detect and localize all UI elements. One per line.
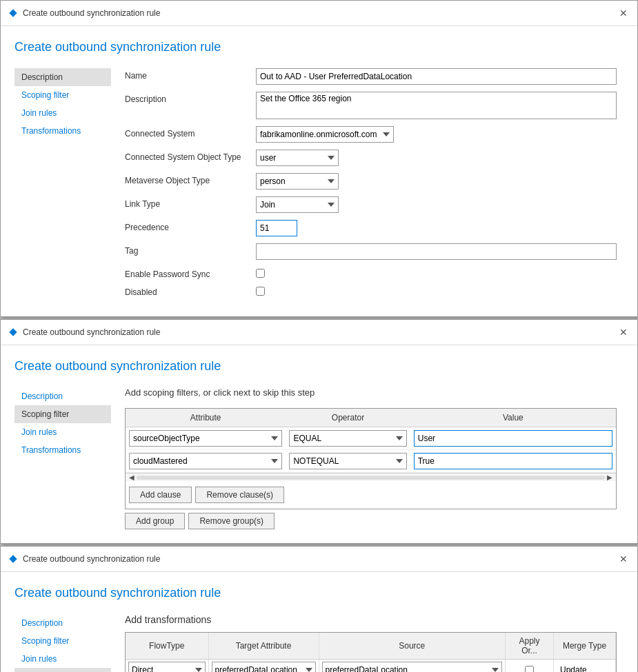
scrollbar-track (137, 476, 605, 480)
scroll-left-arrow[interactable]: ◀ (127, 474, 137, 481)
filter-row-2-operator: NOTEQUAL (286, 450, 410, 473)
window-content-1: Create outbound synchronization rule Des… (1, 26, 637, 316)
diamond-icon-1 (8, 8, 19, 19)
form-row-link-type: Link Type Join (125, 196, 617, 213)
window-content-2: Create outbound synchronization rule Des… (1, 345, 637, 543)
close-button-1[interactable]: ✕ (617, 6, 630, 20)
transform-col-source: Source (319, 633, 506, 660)
title-bar-left-1: Create outbound synchronization rule (8, 8, 160, 19)
form-row-tag: Tag (125, 243, 617, 260)
label-name: Name (125, 68, 249, 81)
transform-col-flowtype: FlowType (126, 633, 208, 660)
window-heading-1: Create outbound synchronization rule (14, 40, 617, 54)
form-row-disabled: Disabled (125, 285, 617, 297)
sidebar-item-description-1[interactable]: Description (14, 68, 111, 86)
filter-row-2-attribute: cloudMastered (126, 450, 286, 473)
label-metaverse-object-type: Metaverse Object Type (125, 173, 249, 185)
transform-cell-apply (506, 660, 554, 673)
form-area-1: Name Description Set the Office 365 regi… (125, 68, 617, 303)
filter-table: Attribute Operator Value sourceObjectTyp… (126, 409, 616, 473)
sidebar-item-join-rules-2[interactable]: Join rules (14, 423, 111, 441)
filter-select-operator-2[interactable]: NOTEQUAL (289, 453, 406, 469)
svg-rect-0 (9, 9, 17, 17)
main-layout-3: Description Scoping filter Join rules Tr… (14, 614, 617, 672)
label-disabled: Disabled (125, 285, 249, 297)
sidebar-item-scoping-filter-1[interactable]: Scoping filter (14, 86, 111, 104)
title-bar-text-3: Create outbound synchronization rule (23, 554, 160, 564)
title-bar-text-1: Create outbound synchronization rule (23, 8, 160, 18)
scroll-right-arrow[interactable]: ▶ (605, 474, 615, 481)
filter-col-value: Value (410, 409, 616, 427)
window-3: Create outbound synchronization rule ✕ C… (0, 546, 638, 672)
scoping-filter-instruction: Add scoping filters, or click next to sk… (125, 387, 617, 398)
filter-row-1: sourceObjectType EQUAL (126, 427, 616, 450)
sidebar-item-join-rules-1[interactable]: Join rules (14, 104, 111, 122)
filter-table-container: Attribute Operator Value sourceObjectTyp… (125, 408, 617, 509)
select-metaverse-object-type[interactable]: person (256, 173, 339, 190)
sidebar-item-transformations-3[interactable]: Transformations (14, 668, 111, 672)
select-link-type[interactable]: Join (256, 196, 339, 213)
filter-input-value-1[interactable] (414, 430, 612, 447)
sidebar-item-join-rules-3[interactable]: Join rules (14, 650, 111, 668)
window-1: Create outbound synchronization rule ✕ C… (0, 0, 638, 317)
sidebar-3: Description Scoping filter Join rules Tr… (14, 614, 111, 672)
checkbox-enable-password-sync[interactable] (256, 269, 265, 278)
filter-row-2-value (410, 450, 616, 473)
transform-select-target[interactable]: preferredDataLocation (212, 662, 316, 672)
checkbox-apply-only[interactable] (525, 666, 534, 673)
window-heading-3: Create outbound synchronization rule (14, 586, 617, 600)
title-bar-2: Create outbound synchronization rule ✕ (1, 320, 637, 345)
filter-scrollbar: ◀ ▶ (126, 473, 616, 481)
main-layout-1: Description Scoping filter Join rules Tr… (14, 68, 617, 303)
close-button-3[interactable]: ✕ (617, 552, 630, 566)
filter-select-attribute-1[interactable]: sourceObjectType (129, 430, 282, 447)
remove-clauses-button[interactable]: Remove clause(s) (195, 487, 284, 503)
sidebar-item-scoping-filter-3[interactable]: Scoping filter (14, 632, 111, 650)
input-precedence[interactable] (256, 220, 297, 236)
sidebar-item-scoping-filter-2[interactable]: Scoping filter (14, 405, 111, 423)
sidebar-item-description-3[interactable]: Description (14, 614, 111, 632)
label-connected-system: Connected System (125, 126, 249, 139)
filter-buttons: Add clause Remove clause(s) (126, 481, 616, 509)
filter-row-1-operator: EQUAL (286, 427, 410, 450)
filter-select-operator-1[interactable]: EQUAL (289, 430, 406, 447)
form-row-metaverse-object-type: Metaverse Object Type person (125, 173, 617, 190)
diamond-icon-2 (8, 327, 19, 338)
form-row-description: Description Set the Office 365 region (125, 92, 617, 119)
sidebar-item-transformations-1[interactable]: Transformations (14, 122, 111, 140)
add-group-button[interactable]: Add group (125, 513, 185, 529)
filter-col-attribute: Attribute (126, 409, 286, 427)
transform-select-source[interactable]: preferredDataLocation (322, 662, 503, 672)
title-bar-text-2: Create outbound synchronization rule (23, 327, 160, 337)
sidebar-item-transformations-2[interactable]: Transformations (14, 441, 111, 459)
sidebar-item-description-2[interactable]: Description (14, 387, 111, 405)
transform-row-1: Direct preferredDataLocation (126, 660, 616, 673)
diamond-icon-3 (8, 553, 19, 564)
input-name[interactable] (256, 68, 617, 85)
title-bar-left-3: Create outbound synchronization rule (8, 553, 160, 564)
input-tag[interactable] (256, 243, 617, 260)
transform-table: FlowType Target Attribute Source Apply O… (126, 633, 616, 672)
close-button-2[interactable]: ✕ (617, 325, 630, 339)
transform-select-flowtype[interactable]: Direct (128, 662, 206, 672)
title-bar-3: Create outbound synchronization rule ✕ (1, 547, 637, 572)
checkbox-disabled[interactable] (256, 287, 265, 296)
add-clause-button[interactable]: Add clause (129, 487, 192, 503)
form-row-name: Name (125, 68, 617, 85)
title-bar-1: Create outbound synchronization rule ✕ (1, 1, 637, 26)
filter-input-value-2[interactable] (414, 453, 612, 469)
title-bar-left-2: Create outbound synchronization rule (8, 327, 160, 338)
transform-col-target: Target Attribute (208, 633, 319, 660)
window-2: Create outbound synchronization rule ✕ C… (0, 319, 638, 544)
merge-type-text: Update (557, 663, 590, 672)
select-connected-system-object-type[interactable]: user (256, 150, 339, 166)
textarea-description[interactable]: Set the Office 365 region (256, 92, 617, 119)
filter-select-attribute-2[interactable]: cloudMastered (129, 453, 282, 469)
transform-cell-flowtype: Direct (126, 660, 208, 673)
select-connected-system[interactable]: fabrikamonline.onmicrosoft.com (256, 126, 394, 143)
remove-group-button[interactable]: Remove group(s) (188, 513, 275, 529)
sidebar-1: Description Scoping filter Join rules Tr… (14, 68, 111, 303)
window-heading-2: Create outbound synchronization rule (14, 359, 617, 374)
filter-col-operator: Operator (286, 409, 410, 427)
transform-table-container: FlowType Target Attribute Source Apply O… (125, 632, 617, 672)
